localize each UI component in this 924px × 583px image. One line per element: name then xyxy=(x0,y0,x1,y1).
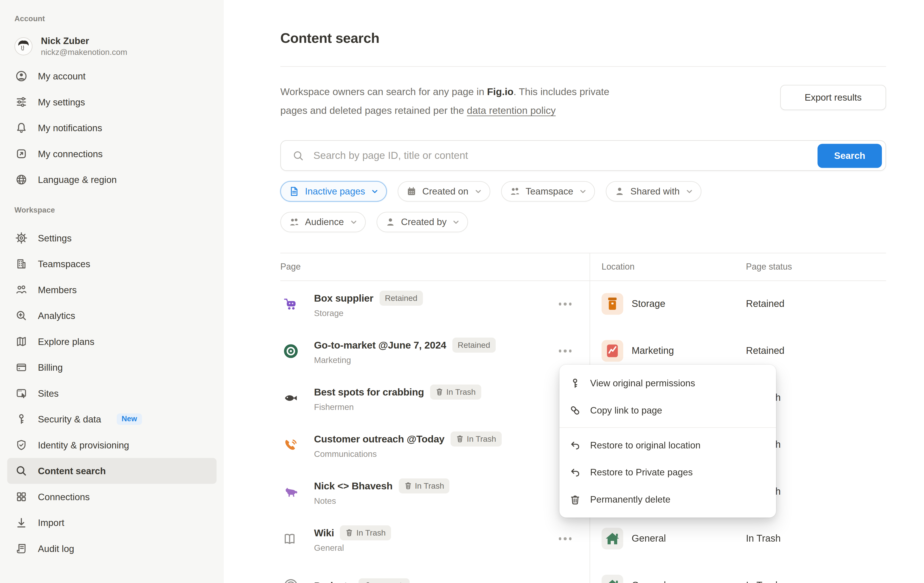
user-circle-icon xyxy=(15,69,28,83)
people-icon xyxy=(510,186,520,197)
sidebar-item-audit-log[interactable]: Audit log xyxy=(7,535,216,562)
menu-item-permanently-delete[interactable]: Permanently delete xyxy=(559,486,776,513)
sidebar-item-label: My connections xyxy=(38,148,103,159)
menu-item-label: Restore to Private pages xyxy=(590,467,693,477)
sliders-icon xyxy=(15,95,28,109)
building-icon xyxy=(15,257,28,271)
browser-cursor-icon xyxy=(15,386,28,400)
trash-icon xyxy=(569,493,581,506)
shield-check-icon xyxy=(15,438,28,452)
location-label: Marketing xyxy=(632,345,674,356)
sidebar-item-my-account[interactable]: My account xyxy=(7,63,216,89)
sidebar-item-members[interactable]: Members xyxy=(7,277,216,303)
sidebar-item-label: Analytics xyxy=(38,310,75,321)
target-green-icon xyxy=(283,343,299,359)
filter-inactive-pages[interactable]: Inactive pages xyxy=(280,181,387,202)
page-subtitle: Marketing xyxy=(314,355,496,365)
user-account-row[interactable]: Nick Zuber nickz@makenotion.com xyxy=(15,35,224,57)
sidebar-item-settings[interactable]: Settings xyxy=(7,225,216,251)
page-icon xyxy=(289,186,300,197)
page-title: Box supplier xyxy=(314,292,373,304)
menu-item-restore-original-location[interactable]: Restore to original location xyxy=(559,432,776,459)
sidebar-item-label: My settings xyxy=(38,96,85,107)
sidebar-item-import[interactable]: Import xyxy=(7,510,216,536)
sidebar-item-sites[interactable]: Sites xyxy=(7,380,216,406)
title-divider xyxy=(280,66,886,67)
sidebar-item-language-region[interactable]: Language & region xyxy=(7,167,216,193)
in-trash-badge: In Trash xyxy=(340,525,391,540)
page-title: Content search xyxy=(280,30,380,46)
sidebar-item-security-data[interactable]: Security & data New xyxy=(7,406,216,432)
new-badge: New xyxy=(117,413,142,425)
workspace-section-label: Workspace xyxy=(15,206,224,214)
sidebar-item-my-connections[interactable]: My connections xyxy=(7,141,216,167)
sidebar-item-label: Security & data xyxy=(38,414,101,424)
sidebar-item-analytics[interactable]: Analytics xyxy=(7,303,216,329)
sidebar-item-billing[interactable]: Billing xyxy=(7,355,216,381)
page-subtitle: General xyxy=(314,543,391,552)
sidebar-item-my-settings[interactable]: My settings xyxy=(7,89,216,115)
menu-item-view-original-permissions[interactable]: View original permissions xyxy=(559,370,776,397)
filter-teamspace[interactable]: Teamspace xyxy=(501,181,595,202)
sidebar-item-label: Identity & provisioning xyxy=(38,439,129,450)
sidebar-item-content-search[interactable]: Content search xyxy=(7,458,216,484)
filter-created-by[interactable]: Created by xyxy=(376,212,468,232)
gear-icon xyxy=(15,231,28,244)
sidebar-item-label: Billing xyxy=(38,362,63,373)
sidebar-item-label: Connections xyxy=(38,491,90,502)
sidebar-item-label: Members xyxy=(38,284,77,295)
description: Workspace owners can search for any page… xyxy=(280,83,762,120)
filter-label: Inactive pages xyxy=(305,186,365,197)
sidebar-item-label: Audit log xyxy=(38,543,74,554)
account-nav: My account My settings My notifications … xyxy=(0,63,224,193)
filter-shared-with[interactable]: Shared with xyxy=(606,181,701,202)
sidebar-item-connections[interactable]: Connections xyxy=(7,484,216,510)
sidebar: Account Nick Zuber nickz@makenotion.com … xyxy=(0,0,224,583)
search-icon xyxy=(15,464,28,477)
row-actions-button[interactable] xyxy=(558,537,571,540)
sidebar-item-label: Language & region xyxy=(38,174,117,185)
page-status: Retained xyxy=(746,299,784,309)
filter-row-1: Inactive pages Created on Teamspace Shar… xyxy=(280,181,701,202)
workspace-name: Fig.io xyxy=(487,86,513,97)
sidebar-item-teamspaces[interactable]: Teamspaces xyxy=(7,251,216,277)
row-actions-button[interactable] xyxy=(558,350,571,352)
column-header-page-status: Page status xyxy=(746,262,792,271)
in-trash-badge: In Trash xyxy=(450,431,502,446)
in-trash-badge: In Trash xyxy=(430,384,481,399)
data-retention-policy-link[interactable]: data retention policy xyxy=(467,105,556,116)
page-status: In Trash xyxy=(746,533,781,544)
location-label: General xyxy=(632,533,666,544)
column-header-location: Location xyxy=(602,262,746,271)
sidebar-item-identity-provisioning[interactable]: Identity & provisioning xyxy=(7,432,216,458)
person-icon xyxy=(385,216,396,228)
cart-purple-icon xyxy=(283,296,299,312)
globe-icon xyxy=(15,173,28,186)
chevron-down-icon xyxy=(371,188,378,195)
sidebar-item-label: Content search xyxy=(38,466,106,476)
search-button[interactable]: Search xyxy=(818,144,882,168)
menu-item-restore-private-pages[interactable]: Restore to Private pages xyxy=(559,459,776,486)
description-text: pages and deleted pages retained per the xyxy=(280,105,467,116)
workspace-nav: Settings Teamspaces Members Analytics Ex… xyxy=(0,225,224,562)
scroll-icon xyxy=(15,542,28,555)
page-title: Projects xyxy=(314,580,353,583)
row-actions-button[interactable] xyxy=(558,302,571,305)
house-green-icon xyxy=(602,575,623,583)
page-title: Wiki xyxy=(314,527,334,538)
search-sparkle-icon xyxy=(15,309,28,322)
description-text: . This includes private xyxy=(513,86,609,97)
page-subtitle: Storage xyxy=(314,308,423,317)
sidebar-item-my-notifications[interactable]: My notifications xyxy=(7,115,216,141)
search-input[interactable] xyxy=(312,149,818,162)
export-results-button[interactable]: Export results xyxy=(780,85,886,110)
page-title: Customer outreach @Today xyxy=(314,433,444,444)
target-outline-icon xyxy=(283,578,299,583)
menu-item-copy-link-to-page[interactable]: Copy link to page xyxy=(559,397,776,424)
chevron-down-icon xyxy=(475,188,482,195)
people-icon xyxy=(289,216,300,228)
filter-audience[interactable]: Audience xyxy=(280,212,366,232)
filter-created-on[interactable]: Created on xyxy=(398,181,490,202)
menu-item-label: Permanently delete xyxy=(590,494,671,505)
sidebar-item-explore-plans[interactable]: Explore plans xyxy=(7,329,216,355)
